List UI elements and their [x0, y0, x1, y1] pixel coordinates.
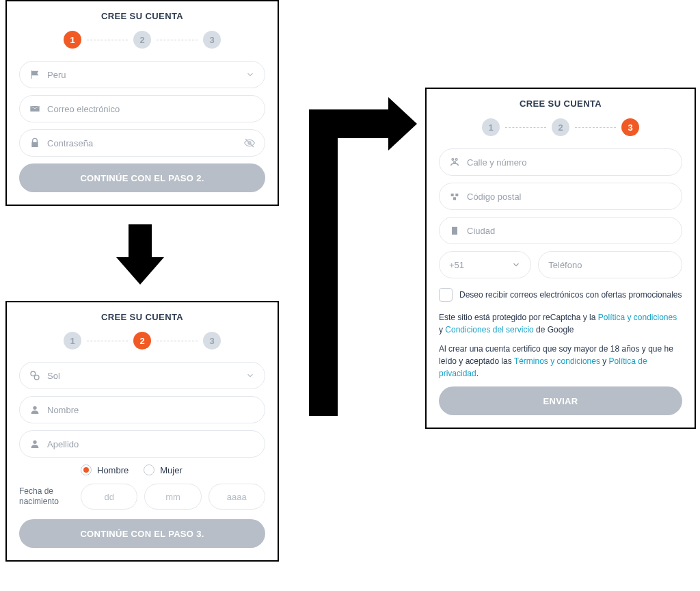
step-1-badge: 1 — [64, 332, 81, 350]
firstname-placeholder: Nombre — [47, 405, 255, 415]
promo-label: Deseo recibir correos electrónicos con o… — [459, 290, 682, 300]
step-3-badge: 3 — [203, 332, 221, 350]
firstname-field[interactable]: Nombre — [19, 396, 265, 423]
zip-icon — [449, 191, 460, 202]
dob-row: Fecha de nacimiento dd mm aaaa — [19, 484, 265, 510]
signup-step2-panel: CREE SU CUENTA 1 2 3 Sol Nombre Apellido… — [5, 301, 279, 562]
eye-off-icon[interactable] — [244, 137, 255, 148]
phone-field[interactable]: Teléfono — [538, 251, 682, 278]
city-field[interactable]: Ciudad — [439, 217, 682, 244]
svg-point-8 — [454, 161, 456, 163]
panel-title: CREE SU CUENTA — [439, 98, 682, 109]
email-field[interactable]: Correo electrónico — [19, 95, 265, 122]
gender-male-label: Hombre — [97, 465, 129, 475]
chevron-down-icon — [245, 371, 255, 380]
street-field[interactable]: Calle y número — [439, 148, 682, 176]
phone-prefix-select[interactable]: +51 — [439, 251, 531, 278]
flag-icon — [29, 69, 40, 80]
email-placeholder: Correo electrónico — [47, 104, 255, 114]
lock-icon — [29, 137, 40, 148]
step-indicator: 1 2 3 — [439, 118, 682, 136]
country-value: Peru — [47, 70, 239, 80]
step-1-badge: 1 — [64, 31, 81, 49]
panel-title: CREE SU CUENTA — [19, 11, 265, 21]
radio-selected-icon — [81, 464, 92, 475]
person-icon — [29, 438, 40, 449]
step-separator — [87, 341, 128, 341]
step-2-badge: 2 — [552, 118, 569, 136]
radio-unselected-icon — [144, 464, 154, 475]
step-1-badge: 1 — [482, 118, 500, 136]
zip-placeholder: Código postal — [467, 192, 672, 202]
dob-year-field[interactable]: aaaa — [208, 484, 265, 510]
mail-icon — [29, 103, 40, 114]
arrow-down-icon — [116, 224, 164, 289]
svg-rect-9 — [451, 194, 454, 196]
city-placeholder: Ciudad — [467, 226, 672, 236]
gender-male-radio[interactable]: Hombre — [81, 464, 129, 475]
currency-select[interactable]: Sol — [19, 362, 265, 389]
svg-rect-10 — [455, 194, 458, 196]
password-field[interactable]: Contraseña — [19, 129, 265, 157]
submit-button[interactable]: ENVIAR — [439, 386, 682, 415]
zip-field[interactable]: Código postal — [439, 183, 682, 210]
phone-row: +51 Teléfono — [439, 251, 682, 278]
continue-step3-button[interactable]: CONTINÚE CON EL PASO 3. — [19, 519, 265, 548]
policy-link[interactable]: Política y condiciones — [598, 313, 677, 322]
step-separator — [505, 127, 546, 128]
step-separator — [87, 40, 128, 40]
person-icon — [29, 404, 40, 415]
step-separator — [575, 127, 616, 128]
svg-point-2 — [31, 371, 36, 376]
signup-step1-panel: CREE SU CUENTA 1 2 3 Peru Correo electró… — [5, 0, 279, 206]
step-3-badge: 3 — [203, 31, 221, 49]
lastname-field[interactable]: Apellido — [19, 430, 265, 458]
phone-placeholder: Teléfono — [548, 260, 582, 270]
checkbox-icon — [439, 288, 453, 302]
recaptcha-legal-text: Este sitio está protegido por reCaptcha … — [439, 311, 682, 336]
password-placeholder: Contraseña — [47, 138, 237, 148]
step-3-badge: 3 — [621, 118, 639, 136]
svg-rect-11 — [453, 197, 456, 200]
terms-link[interactable]: Términos y condiciones — [514, 356, 600, 366]
dob-month-field[interactable]: mm — [144, 484, 201, 510]
dob-day-field[interactable]: dd — [81, 484, 137, 510]
address-icon — [449, 157, 460, 168]
age-legal-text: Al crear una cuenta certifico que soy ma… — [439, 343, 682, 380]
continue-step2-button[interactable]: CONTINÚE CON EL PASO 2. — [19, 163, 265, 192]
chevron-down-icon — [511, 260, 521, 270]
svg-point-6 — [452, 159, 454, 161]
gender-female-label: Mujer — [160, 465, 183, 475]
coins-icon — [29, 370, 40, 381]
service-conditions-link[interactable]: Condiciones del servicio — [445, 325, 533, 334]
svg-point-4 — [33, 406, 36, 410]
svg-point-5 — [33, 441, 36, 444]
panel-title: CREE SU CUENTA — [19, 312, 265, 322]
step-separator — [157, 40, 198, 40]
currency-value: Sol — [47, 371, 239, 381]
svg-point-3 — [34, 375, 39, 380]
signup-step3-panel: CREE SU CUENTA 1 2 3 Calle y número Códi… — [425, 88, 696, 429]
step-separator — [157, 341, 198, 341]
chevron-down-icon — [245, 70, 255, 79]
svg-point-7 — [455, 159, 457, 161]
building-icon — [449, 225, 460, 236]
step-2-badge: 2 — [133, 332, 151, 350]
step-indicator: 1 2 3 — [19, 31, 265, 49]
gender-radio-group: Hombre Mujer — [81, 464, 265, 475]
step-2-badge: 2 — [133, 31, 151, 49]
dob-label: Fecha de nacimiento — [19, 486, 74, 507]
country-select[interactable]: Peru — [19, 61, 265, 88]
step-indicator: 1 2 3 — [19, 332, 265, 350]
phone-prefix-value: +51 — [449, 260, 464, 270]
lastname-placeholder: Apellido — [47, 439, 255, 449]
gender-female-radio[interactable]: Mujer — [144, 464, 183, 475]
street-placeholder: Calle y número — [467, 157, 672, 168]
promo-checkbox-row[interactable]: Deseo recibir correos electrónicos con o… — [439, 288, 682, 302]
